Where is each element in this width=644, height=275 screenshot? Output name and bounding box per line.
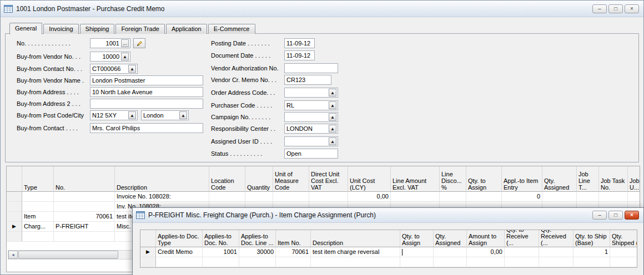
document-date-field[interactable]: 11-09-12: [284, 50, 315, 60]
grid-cell[interactable]: 30000: [239, 247, 276, 257]
grid-cell[interactable]: [434, 247, 467, 257]
buy-from-address-field[interactable]: 10 North Lake Avenue: [90, 87, 203, 97]
grid-cell[interactable]: 1001: [203, 247, 239, 257]
grid-cell[interactable]: Charg...: [22, 222, 54, 232]
grid-cell[interactable]: [54, 192, 115, 202]
vendor-cr-memo-no-field[interactable]: CR123: [284, 75, 331, 85]
grid-cell[interactable]: [466, 192, 502, 202]
row-selector[interactable]: [140, 257, 156, 267]
edit-pencil-button[interactable]: [133, 38, 145, 48]
buy-from-address2-field[interactable]: [90, 99, 203, 109]
grid-cell[interactable]: [239, 257, 276, 267]
grid-cell[interactable]: 0: [502, 192, 542, 202]
grid-cell[interactable]: [539, 247, 573, 257]
lookup-arrow-icon[interactable]: ▲: [329, 125, 336, 133]
overlay-maximize-button[interactable]: □: [608, 211, 623, 220]
grid-cell[interactable]: Credit Memo: [156, 247, 203, 257]
lookup-arrow-icon[interactable]: ▲: [128, 65, 136, 73]
no-field[interactable]: 1001 ...: [90, 38, 130, 48]
row-selector[interactable]: [7, 232, 22, 242]
main-titlebar[interactable]: 1001 London Postmaster - Purchase Credit…: [1, 1, 643, 17]
overlay-minimize-button[interactable]: –: [592, 211, 607, 220]
lookup-arrow-icon[interactable]: ▲: [329, 89, 336, 96]
order-address-code-field[interactable]: ▲: [284, 88, 338, 98]
grid-cell[interactable]: 0,00: [348, 192, 391, 202]
close-button[interactable]: ×: [625, 4, 639, 13]
overlay-close-button[interactable]: ×: [625, 211, 639, 220]
responsibility-center-field[interactable]: LONDON ▲: [284, 124, 338, 134]
row-selector[interactable]: [7, 192, 22, 202]
scrollbar-thumb[interactable]: [18, 251, 118, 259]
overlay-titlebar[interactable]: P-FREIGHT Misc. Freight Charge (Purch.) …: [133, 208, 643, 223]
table-row[interactable]: ▶ Credit Memo 1001 30000 70061 test item…: [140, 247, 637, 257]
grid-cell[interactable]: test item charge reversal: [311, 247, 400, 257]
grid-cell[interactable]: [542, 192, 577, 202]
grid-cell[interactable]: P-FREIGHT: [54, 222, 115, 232]
grid-cell[interactable]: [505, 247, 539, 257]
tab-ecommerce[interactable]: E-Commerce: [208, 24, 255, 34]
grid-cell[interactable]: [22, 202, 54, 212]
grid-cell[interactable]: [203, 257, 239, 267]
tab-shipping[interactable]: Shipping: [80, 24, 115, 34]
grid-cell[interactable]: [22, 192, 54, 202]
grid-cell[interactable]: [309, 192, 348, 202]
grid-cell[interactable]: [440, 192, 466, 202]
table-row[interactable]: Invoice No. 108028: 0,00 0: [7, 192, 640, 202]
grid-cell[interactable]: [610, 247, 637, 257]
grid-cell[interactable]: [599, 192, 628, 202]
grid-cell[interactable]: [610, 257, 637, 267]
row-selector[interactable]: [7, 212, 22, 222]
grid-cell[interactable]: [628, 192, 640, 202]
grid-cell[interactable]: [276, 257, 311, 267]
lookup-arrow-icon[interactable]: ▲: [128, 111, 136, 119]
maximize-button[interactable]: □: [608, 4, 623, 13]
lookup-arrow-icon[interactable]: ▲: [121, 53, 129, 60]
tab-application[interactable]: Application: [166, 24, 207, 34]
grid-cell[interactable]: [311, 257, 400, 267]
grid-cell[interactable]: 70061: [276, 247, 311, 257]
grid-cell[interactable]: [573, 257, 610, 267]
buy-from-vendor-no-field[interactable]: 10000 ▲: [90, 52, 130, 62]
row-selector[interactable]: ▶: [7, 222, 22, 232]
grid-cell[interactable]: [22, 232, 54, 242]
buy-from-post-code-field[interactable]: N12 5XY ▲: [90, 110, 138, 120]
qty-to-assign-cell[interactable]: [400, 247, 434, 257]
grid-cell[interactable]: [400, 257, 434, 267]
row-selector[interactable]: [7, 202, 22, 212]
assigned-user-id-field[interactable]: ▲: [284, 136, 338, 146]
buy-from-city-field[interactable]: London ▲: [141, 110, 189, 120]
grid-cell[interactable]: 1: [573, 247, 610, 257]
table-row[interactable]: [140, 257, 637, 267]
tab-general[interactable]: General: [9, 23, 42, 34]
buy-from-contact-no-field[interactable]: CT000066 ▲: [90, 64, 138, 74]
buy-from-vendor-name-field[interactable]: London Postmaster: [90, 75, 203, 85]
grid-cell[interactable]: [467, 257, 505, 267]
grid-cell[interactable]: Item: [22, 212, 54, 222]
grid-cell[interactable]: [539, 257, 573, 267]
grid-cell[interactable]: [391, 192, 440, 202]
grid-cell[interactable]: 70061: [54, 212, 115, 222]
grid-cell[interactable]: [54, 232, 115, 242]
lookup-arrow-icon[interactable]: ▲: [329, 138, 336, 145]
lookup-arrow-icon[interactable]: ▲: [329, 101, 336, 109]
vendor-authorization-no-field[interactable]: [284, 63, 338, 73]
buy-from-contact-field[interactable]: Mrs. Carol Philips: [90, 123, 203, 133]
grid-cell[interactable]: [434, 257, 467, 267]
purchaser-code-field[interactable]: RL ▲: [284, 100, 338, 110]
lookup-arrow-icon[interactable]: ▲: [329, 113, 336, 121]
tab-invoicing[interactable]: Invoicing: [43, 24, 78, 34]
campaign-no-field[interactable]: ▲: [284, 112, 338, 122]
grid-cell[interactable]: [245, 192, 273, 202]
posting-date-field[interactable]: 11-09-12: [284, 38, 315, 48]
tab-foreign-trade[interactable]: Foreign Trade: [115, 24, 164, 34]
minimize-button[interactable]: –: [592, 4, 607, 13]
grid-cell[interactable]: [505, 257, 539, 267]
assist-edit-button[interactable]: ...: [121, 39, 129, 47]
status-field[interactable]: Open: [284, 149, 338, 159]
grid-cell[interactable]: Invoice No. 108028:: [115, 192, 209, 202]
grid-cell[interactable]: [209, 192, 245, 202]
scroll-left-button[interactable]: ◄: [8, 251, 18, 259]
grid-cell[interactable]: [156, 257, 203, 267]
grid-cell[interactable]: [273, 192, 309, 202]
grid-cell[interactable]: [54, 202, 115, 212]
